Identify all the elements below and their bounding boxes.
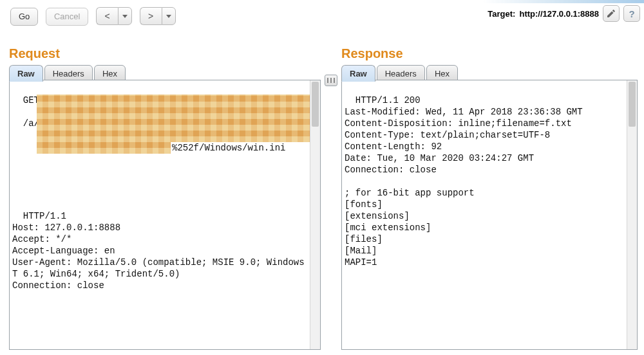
response-body: HTTP/1.1 200 Last-Modified: Wed, 11 Apr … bbox=[345, 95, 583, 268]
target-url: http://127.0.0.1:8888 bbox=[519, 9, 599, 19]
cancel-button[interactable]: Cancel bbox=[46, 8, 88, 26]
history-forward-dropdown[interactable] bbox=[162, 7, 176, 25]
request-tabstrip: Raw Headers Hex bbox=[9, 63, 127, 81]
chevron-down-icon bbox=[122, 15, 128, 18]
history-back-group: < bbox=[96, 7, 132, 25]
request-raw-textarea[interactable]: GET /a/b/ HTTP/1.1 Host: 127.0.0.1:8888 … bbox=[9, 80, 321, 350]
history-forward-group: > bbox=[140, 7, 176, 25]
history-forward-button[interactable]: > bbox=[140, 7, 162, 25]
help-button[interactable]: ? bbox=[623, 5, 640, 22]
request-scroll-thumb[interactable] bbox=[312, 82, 319, 127]
request-body-rest: HTTP/1.1 Host: 127.0.0.1:8888 Accept: */… bbox=[12, 211, 315, 291]
chevron-down-icon bbox=[166, 15, 171, 18]
response-raw-textarea[interactable]: HTTP/1.1 200 Last-Modified: Wed, 11 Apr … bbox=[341, 80, 638, 350]
pencil-icon bbox=[606, 8, 616, 19]
request-scrollbar[interactable] bbox=[310, 80, 320, 349]
target-lead-label: Target: bbox=[488, 9, 515, 19]
response-pane-title: Response bbox=[341, 46, 403, 61]
history-back-button[interactable]: < bbox=[96, 7, 118, 25]
response-tabstrip: Raw Headers Hex bbox=[341, 63, 459, 81]
request-pane-title: Request bbox=[9, 46, 60, 61]
target-area: Target: http://127.0.0.1:8888 ? bbox=[488, 5, 640, 22]
response-scrollbar[interactable] bbox=[627, 80, 637, 349]
question-icon: ? bbox=[629, 8, 634, 19]
tab-response-raw[interactable]: Raw bbox=[341, 65, 375, 82]
pane-splitter[interactable] bbox=[321, 80, 341, 350]
tab-request-raw[interactable]: Raw bbox=[9, 65, 43, 82]
history-back-dropdown[interactable] bbox=[118, 7, 132, 25]
go-button[interactable]: Go bbox=[10, 8, 38, 26]
edit-target-button[interactable] bbox=[603, 5, 620, 22]
response-scroll-thumb[interactable] bbox=[629, 82, 636, 127]
request-redaction-tail: %252f/Windows/win.ini bbox=[172, 142, 285, 154]
splitter-grip-icon bbox=[325, 75, 337, 86]
